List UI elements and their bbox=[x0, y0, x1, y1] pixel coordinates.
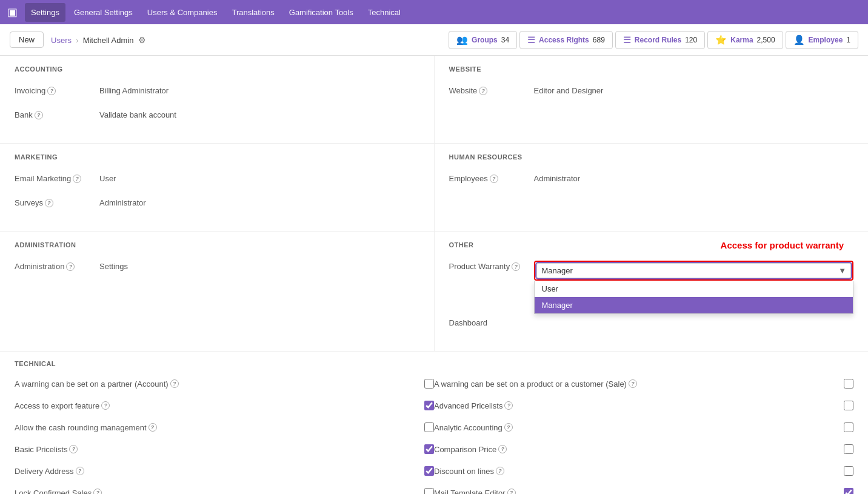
app-grid-icon[interactable]: ▣ bbox=[7, 5, 18, 19]
dashboard-label: Dashboard bbox=[449, 317, 534, 327]
stat-karma-button[interactable]: ⭐ Karma 2,500 bbox=[707, 31, 783, 49]
stat-groups-button[interactable]: 👥 Groups 34 bbox=[449, 31, 517, 49]
website-label: Website ? bbox=[449, 85, 534, 95]
invoicing-value: Billing Administrator bbox=[99, 85, 419, 95]
tech-field-checkbox[interactable] bbox=[844, 401, 853, 410]
product-warranty-help-icon[interactable]: ? bbox=[512, 262, 520, 271]
stats-bar: 👥 Groups 34 ☰ Access Rights 689 ☰ Record… bbox=[449, 31, 858, 49]
tech-help-icon[interactable]: ? bbox=[507, 489, 516, 494]
nav-users-companies[interactable]: Users & Companies bbox=[141, 3, 224, 22]
product-warranty-highlight-border: -- No selection -- User Manager ▼ bbox=[534, 261, 854, 281]
other-header: OTHER bbox=[449, 241, 854, 252]
email-marketing-field-row: Email Marketing ? User bbox=[15, 173, 419, 190]
tech-field-row: Lock Confirmed Sales? bbox=[15, 485, 434, 494]
nav-general-settings[interactable]: General Settings bbox=[68, 3, 139, 22]
dashboard-field-row: Dashboard bbox=[449, 317, 854, 334]
tech-field-row: Discount on lines? bbox=[434, 463, 853, 479]
nav-technical[interactable]: Technical bbox=[362, 3, 407, 22]
website-field-row: Website ? Editor and Designer bbox=[449, 85, 854, 102]
tech-field-checkbox[interactable] bbox=[844, 379, 853, 389]
tech-field-checkbox[interactable] bbox=[424, 466, 434, 476]
employees-label: Employees ? bbox=[449, 173, 534, 183]
access-rights-icon: ☰ bbox=[527, 35, 535, 45]
administration-help-icon[interactable]: ? bbox=[66, 262, 75, 271]
record-rules-label: Record Rules bbox=[635, 36, 681, 44]
main-content: ACCOUNTING Invoicing ? Billing Administr… bbox=[0, 56, 868, 494]
accounting-section: ACCOUNTING Invoicing ? Billing Administr… bbox=[0, 56, 435, 143]
breadcrumb: Users › Mitchell Admin ⚙ bbox=[51, 35, 146, 45]
tech-field-checkbox[interactable] bbox=[844, 488, 853, 494]
access-rights-count: 689 bbox=[593, 36, 605, 44]
tech-help-icon[interactable]: ? bbox=[170, 379, 179, 388]
marketing-header: MARKETING bbox=[15, 153, 419, 164]
employees-help-icon[interactable]: ? bbox=[490, 175, 498, 183]
administration-section: ADMINISTRATION Administration ? Settings bbox=[0, 232, 435, 351]
tech-help-icon[interactable]: ? bbox=[496, 467, 504, 475]
record-rules-count: 120 bbox=[685, 36, 697, 44]
new-button[interactable]: New bbox=[10, 32, 44, 48]
tech-field-checkbox[interactable] bbox=[424, 488, 434, 494]
popup-item-user[interactable]: User bbox=[535, 281, 853, 297]
tech-field-label: A warning can be set on a partner (Accou… bbox=[15, 379, 424, 389]
nav-translations[interactable]: Translations bbox=[225, 3, 280, 22]
email-marketing-label: Email Marketing ? bbox=[15, 173, 99, 183]
tech-field-label: Discount on lines? bbox=[434, 467, 844, 476]
tech-field-checkbox[interactable] bbox=[844, 466, 853, 476]
tech-field-checkbox[interactable] bbox=[844, 444, 853, 454]
tech-field-label: Access to export feature? bbox=[15, 401, 424, 410]
website-section: WEBSITE Website ? Editor and Designer bbox=[435, 56, 869, 143]
admin-other-row: ADMINISTRATION Administration ? Settings… bbox=[0, 232, 868, 352]
tech-field-checkbox[interactable] bbox=[424, 444, 434, 454]
email-marketing-value: User bbox=[99, 173, 419, 183]
employees-field-row: Employees ? Administrator bbox=[449, 173, 854, 190]
tech-field-checkbox[interactable] bbox=[844, 422, 853, 432]
technical-grid: A warning can be set on a partner (Accou… bbox=[15, 376, 853, 494]
tech-field-checkbox[interactable] bbox=[424, 379, 434, 389]
product-warranty-select[interactable]: -- No selection -- User Manager bbox=[536, 263, 852, 278]
nav-gamification[interactable]: Gamification Tools bbox=[283, 3, 359, 22]
nav-settings[interactable]: Settings bbox=[25, 3, 65, 22]
tech-help-icon[interactable]: ? bbox=[629, 379, 637, 388]
tech-help-icon[interactable]: ? bbox=[76, 467, 84, 475]
accounting-website-row: ACCOUNTING Invoicing ? Billing Administr… bbox=[0, 56, 868, 144]
tech-field-row: Delivery Address? bbox=[15, 463, 434, 479]
email-marketing-help-icon[interactable]: ? bbox=[73, 175, 81, 183]
website-value: Editor and Designer bbox=[534, 85, 854, 95]
tech-help-icon[interactable]: ? bbox=[101, 401, 110, 410]
groups-icon: 👥 bbox=[456, 35, 468, 45]
tech-help-icon[interactable]: ? bbox=[69, 445, 78, 453]
record-rules-icon: ☰ bbox=[623, 35, 631, 45]
karma-icon: ⭐ bbox=[715, 35, 727, 45]
tech-help-icon[interactable]: ? bbox=[504, 401, 513, 410]
breadcrumb-separator: › bbox=[76, 36, 78, 45]
tech-help-icon[interactable]: ? bbox=[149, 423, 157, 432]
breadcrumb-parent[interactable]: Users bbox=[51, 36, 72, 45]
action-bar: New Users › Mitchell Admin ⚙ 👥 Groups 34… bbox=[0, 24, 868, 56]
popup-item-manager[interactable]: Manager bbox=[535, 297, 853, 313]
tech-field-label: Delivery Address? bbox=[15, 467, 424, 476]
surveys-field-row: Surveys ? Administrator bbox=[15, 197, 419, 214]
tech-help-icon[interactable]: ? bbox=[504, 423, 513, 432]
tech-field-checkbox[interactable] bbox=[424, 422, 434, 432]
tech-field-row: A warning can be set on a product or a c… bbox=[434, 376, 853, 392]
bank-value: Validate bank account bbox=[99, 109, 419, 119]
website-help-icon[interactable]: ? bbox=[479, 87, 487, 95]
bank-help-icon[interactable]: ? bbox=[35, 111, 43, 119]
employee-label: Employee bbox=[809, 36, 843, 44]
invoicing-label: Invoicing ? bbox=[15, 85, 99, 95]
settings-gear-icon[interactable]: ⚙ bbox=[138, 35, 146, 45]
employee-count: 1 bbox=[846, 36, 850, 44]
stat-employee-button[interactable]: 👤 Employee 1 bbox=[786, 31, 858, 49]
stat-access-rights-button[interactable]: ☰ Access Rights 689 bbox=[519, 31, 613, 49]
technical-section: TECHNICAL A warning can be set on a part… bbox=[0, 352, 868, 494]
technical-header: TECHNICAL bbox=[15, 360, 853, 367]
tech-help-icon[interactable]: ? bbox=[93, 489, 102, 494]
hr-header: HUMAN RESOURCES bbox=[449, 153, 854, 164]
invoicing-help-icon[interactable]: ? bbox=[47, 87, 56, 95]
tech-field-label: Allow the cash rounding management? bbox=[15, 423, 424, 432]
tech-help-icon[interactable]: ? bbox=[498, 445, 507, 453]
tech-field-checkbox[interactable] bbox=[424, 401, 434, 410]
surveys-help-icon[interactable]: ? bbox=[45, 199, 53, 207]
stat-record-rules-button[interactable]: ☰ Record Rules 120 bbox=[615, 31, 705, 49]
human-resources-section: HUMAN RESOURCES Employees ? Administrato… bbox=[435, 144, 869, 231]
